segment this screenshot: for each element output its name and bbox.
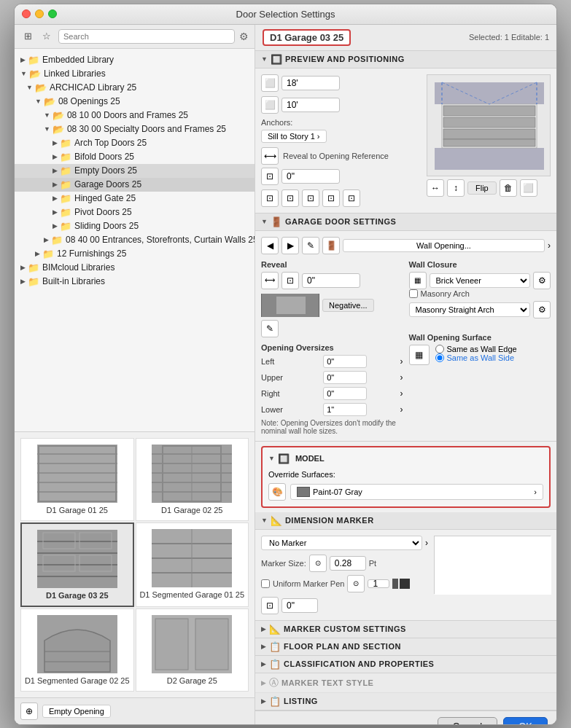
door-icon-btn[interactable]: 🚪 [322, 237, 340, 254]
tree-label: Sliding Doors 25 [74, 221, 139, 231]
oversize-lower-arrow[interactable]: › [400, 404, 403, 415]
section-listing[interactable]: ▶ 📋 LISTING [255, 693, 556, 711]
wall-closure-settings-icon[interactable]: ⚙ [533, 272, 551, 289]
radio-wall-edge-input[interactable] [435, 345, 444, 353]
tree-item-embedded[interactable]: ▶ 📁 Embedded Library [15, 53, 255, 67]
marker-dropdown[interactable]: No Marker [261, 536, 422, 550]
folder-icon: 📁 [51, 235, 63, 246]
radio-wall-side-input[interactable] [435, 353, 444, 362]
minimize-button[interactable] [35, 9, 44, 18]
oversize-left-arrow[interactable]: › [400, 356, 403, 367]
flip-related-icon[interactable]: ↔ [427, 179, 444, 197]
preview-item-d1g01[interactable]: D1 Garage 01 25 [20, 438, 134, 521]
section-header-dimension[interactable]: ▼ 📐 DIMENSION MARKER [255, 512, 556, 530]
oversize-upper-input[interactable] [323, 371, 367, 384]
preview-item-d1sg01[interactable]: D1 Segmented Garage 01 25 [136, 522, 249, 607]
height-input[interactable] [281, 98, 340, 112]
tree-item-archicad[interactable]: ▼ 📂 ARCHICAD Library 25 [15, 81, 255, 95]
svg-rect-15 [37, 530, 117, 588]
masonry-arch-checkbox[interactable] [409, 289, 418, 298]
wall-closure-select[interactable]: Brick Veneer [430, 273, 531, 288]
tree-item-hinged-gate[interactable]: ▶ 📁 Hinged Gate 25 [15, 192, 255, 206]
section-toggle-icon: ▶ [261, 697, 266, 705]
reveal-input[interactable] [281, 169, 340, 184]
maximize-button[interactable] [48, 9, 57, 18]
pos-icon-3[interactable]: ⊡ [302, 189, 319, 207]
section-marker-custom[interactable]: ▶ 📐 MARKER CUSTOM SETTINGS [255, 621, 556, 638]
section-content-preview: ⬜ ⬜ Anchors: [255, 69, 556, 213]
star-icon[interactable]: ☆ [39, 29, 54, 44]
tree-item-linked[interactable]: ▼ 📂 Linked Libraries [15, 67, 255, 81]
masonry-settings-icon[interactable]: ⚙ [533, 301, 551, 318]
tree-item-08openings[interactable]: ▼ 📂 08 Openings 25 [15, 95, 255, 109]
cancel-button[interactable]: Cancel [438, 717, 497, 724]
add-icon[interactable]: ⊕ [20, 702, 38, 720]
flip-button[interactable]: Flip [467, 181, 497, 195]
anchor-button[interactable]: Sill to Story 1 › [261, 130, 327, 143]
tree-item-084000[interactable]: ▶ 📁 08 40 00 Entrances, Storefronts, Cur… [15, 233, 255, 247]
tree-item-sliding[interactable]: ▶ 📁 Sliding Doors 25 [15, 219, 255, 233]
oversize-lower-input[interactable] [323, 403, 367, 416]
paint-button[interactable]: Paint-07 Gray › [290, 484, 543, 500]
masonry-type-select[interactable]: Masonry Straight Arch [409, 302, 531, 317]
gear-icon[interactable]: ⚙ [239, 31, 249, 42]
pos-icon-2[interactable]: ⊡ [281, 189, 299, 207]
uniform-marker-checkbox[interactable] [261, 579, 270, 588]
edit-btn[interactable]: ✎ [302, 237, 319, 254]
tree-item-empty-doors[interactable]: ▶ 📁 Empty Doors 25 [15, 164, 255, 178]
preview-thumb [37, 615, 117, 673]
edit-icon[interactable]: ✎ [261, 320, 279, 337]
flip-related-icon2[interactable]: ↕ [447, 179, 465, 197]
oversize-right-arrow[interactable]: › [400, 388, 403, 399]
wall-opening-label: Wall Opening... [416, 241, 471, 250]
next-btn[interactable]: ▶ [281, 237, 299, 254]
prev-btn[interactable]: ◀ [261, 237, 279, 254]
ok-button[interactable]: OK [503, 717, 548, 724]
folder-icon: 📁 [42, 248, 54, 259]
preview-item-d1g03[interactable]: D1 Garage 03 25 [20, 522, 134, 607]
tree-item-081000[interactable]: ▼ 📂 08 10 00 Doors and Frames 25 [15, 109, 255, 122]
more-icon[interactable]: ⬜ [520, 179, 537, 197]
pos-icon-4[interactable]: ⊡ [322, 189, 340, 207]
tree-item-pivot[interactable]: ▶ 📁 Pivot Doors 25 [15, 206, 255, 219]
tree-item-bimcloud[interactable]: ▶ 📁 BIMcloud Libraries [15, 261, 255, 275]
wall-opening-button[interactable]: Wall Opening... [343, 239, 545, 252]
tree-item-garage-doors[interactable]: ▶ 📁 Garage Doors 25 [15, 178, 255, 192]
tree-item-083000[interactable]: ▼ 📂 08 30 00 Specialty Doors and Frames … [15, 122, 255, 136]
section-garage-door: ▼ 🚪 GARAGE DOOR SETTINGS ◀ ▶ ✎ 🚪 Wall Op… [255, 214, 556, 442]
width-input[interactable] [281, 76, 340, 90]
preview-item-d1g02[interactable]: D1 Garage 02 25 [136, 438, 249, 521]
uniform-value-input[interactable] [368, 579, 389, 588]
preview-item-d2g[interactable]: D2 Garage 25 [136, 608, 249, 692]
tree-item-arch-top[interactable]: ▶ 📁 Arch Top Doors 25 [15, 136, 255, 150]
folder-icon: 📂 [35, 82, 47, 93]
negative-button[interactable]: Negative... [322, 299, 374, 312]
reveal-value-input[interactable] [302, 273, 360, 288]
nav-icon[interactable]: ⊞ [20, 29, 35, 44]
section-title: CLASSIFICATION AND PROPERTIES [284, 659, 434, 668]
oversize-right-input[interactable] [323, 387, 367, 400]
empty-opening-button[interactable]: Empty Opening [42, 705, 111, 718]
tree-item-bifold[interactable]: ▶ 📁 Bifold Doors 25 [15, 150, 255, 164]
tree-item-builtin[interactable]: ▶ 📁 Built-in Libraries [15, 275, 255, 289]
folder-icon: 📁 [60, 221, 71, 232]
reveal-ref-label: Reveal to Opening Reference [283, 152, 389, 160]
section-header-preview[interactable]: ▼ 🔲 PREVIEW AND POSITIONING [255, 51, 556, 69]
tree-item-12furnishings[interactable]: ▶ 📁 12 Furnishings 25 [15, 247, 255, 261]
search-input[interactable] [58, 29, 235, 44]
section-header-garage[interactable]: ▼ 🚪 GARAGE DOOR SETTINGS [255, 214, 556, 231]
marker-arrow: › [425, 538, 428, 548]
width-row: ⬜ [261, 74, 421, 92]
pos-icon-5[interactable]: ⊡ [343, 189, 360, 207]
oversize-left-input[interactable] [323, 355, 367, 368]
pos-icon-1[interactable]: ⊡ [261, 189, 279, 207]
section-classification[interactable]: ▶ 📋 CLASSIFICATION AND PROPERTIES [255, 656, 556, 673]
zero-value-input[interactable] [281, 598, 318, 613]
section-floor-plan[interactable]: ▶ 📋 FLOOR PLAN AND SECTION [255, 638, 556, 656]
trash-icon[interactable]: 🗑 [500, 179, 517, 197]
preview-item-d1sg02[interactable]: D1 Segmented Garage 02 25 [20, 608, 134, 692]
marker-size-input[interactable] [330, 556, 366, 571]
close-button[interactable] [22, 9, 31, 18]
section-marker-text[interactable]: ▶ Ⓐ MARKER TEXT STYLE [255, 673, 556, 693]
oversize-upper-arrow[interactable]: › [400, 372, 403, 383]
